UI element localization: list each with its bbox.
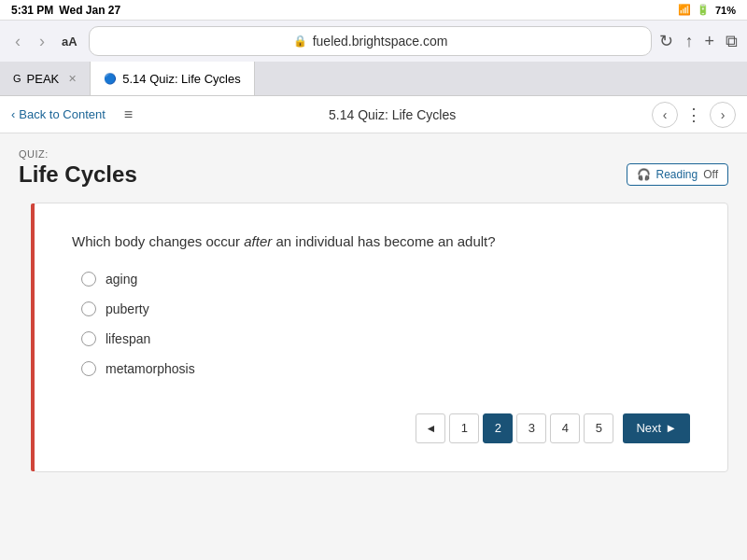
option-metamorphosis[interactable]: metamorphosis bbox=[81, 361, 690, 376]
app-bar: ‹ Back to Content ≡ 5.14 Quiz: Life Cycl… bbox=[0, 96, 747, 133]
radio-puberty[interactable] bbox=[81, 301, 96, 316]
quiz-favicon: 🔵 bbox=[104, 73, 117, 85]
browser-tabs: G PEAK ✕ 🔵 5.14 Quiz: Life Cycles bbox=[0, 62, 747, 95]
lock-icon: 🔒 bbox=[293, 35, 307, 48]
option-lifespan[interactable]: lifespan bbox=[81, 331, 690, 346]
option-puberty[interactable]: puberty bbox=[81, 301, 690, 316]
tab-quiz[interactable]: 🔵 5.14 Quiz: Life Cycles bbox=[91, 62, 254, 95]
page-1-button[interactable]: 1 bbox=[449, 413, 479, 443]
question-text-italic: after bbox=[244, 233, 272, 249]
option-lifespan-label: lifespan bbox=[106, 331, 150, 346]
answer-options: aging puberty lifespan metamorphosis bbox=[81, 272, 690, 376]
tab-peak-close[interactable]: ✕ bbox=[68, 73, 77, 85]
reload-button[interactable]: ↻ bbox=[659, 31, 673, 51]
reading-label: Reading bbox=[656, 168, 698, 181]
battery-level: 71% bbox=[715, 5, 736, 16]
question-text: Which body changes occur after an indivi… bbox=[72, 231, 690, 253]
page-4-button[interactable]: 4 bbox=[550, 413, 580, 443]
nav-arrows: ‹ ⋮ › bbox=[652, 102, 736, 128]
reader-button[interactable]: aA bbox=[58, 33, 81, 50]
page-3-button[interactable]: 3 bbox=[516, 413, 546, 443]
share-button[interactable]: ↑ bbox=[684, 32, 693, 51]
page-content: QUIZ: Life Cycles 🎧 Reading Off Which bo… bbox=[0, 133, 747, 560]
next-button-label: Next bbox=[636, 421, 661, 435]
option-aging-label: aging bbox=[106, 272, 137, 287]
status-bar: 5:31 PM Wed Jan 27 📶 🔋 71% bbox=[0, 0, 747, 21]
status-left: 5:31 PM Wed Jan 27 bbox=[11, 4, 120, 17]
quiz-label: QUIZ: bbox=[19, 148, 728, 160]
toolbar-actions: ↻ ↑ + ⧉ bbox=[659, 31, 738, 51]
reading-icon: 🎧 bbox=[637, 168, 651, 181]
pagination-prev-button[interactable]: ◄ bbox=[416, 413, 445, 443]
back-chevron-icon: ‹ bbox=[11, 107, 15, 121]
next-page-button[interactable]: › bbox=[710, 102, 736, 128]
quiz-title: Life Cycles bbox=[19, 161, 137, 188]
back-to-content-label: Back to Content bbox=[19, 107, 106, 121]
radio-metamorphosis[interactable] bbox=[81, 361, 96, 376]
tab-quiz-label: 5.14 Quiz: Life Cycles bbox=[122, 72, 240, 86]
time: 5:31 PM bbox=[11, 4, 53, 17]
peak-favicon: G bbox=[13, 73, 21, 84]
browser-toolbar: ‹ › aA 🔒 fueled.brightspace.com ↻ ↑ + ⧉ bbox=[0, 21, 747, 62]
tab-peak-label: PEAK bbox=[27, 72, 60, 86]
radio-aging[interactable] bbox=[81, 272, 96, 287]
wifi-icon: 📶 bbox=[678, 4, 691, 16]
url-text: fueled.brightspace.com bbox=[313, 34, 448, 49]
more-options-button[interactable]: ⋮ bbox=[685, 105, 702, 125]
address-bar[interactable]: 🔒 fueled.brightspace.com bbox=[89, 26, 653, 56]
hamburger-button[interactable]: ≡ bbox=[124, 106, 133, 123]
add-tab-button[interactable]: + bbox=[704, 32, 714, 51]
next-button[interactable]: Next ► bbox=[623, 413, 690, 443]
question-area: Which body changes occur after an indivi… bbox=[35, 203, 727, 395]
back-to-content-link[interactable]: ‹ Back to Content bbox=[11, 107, 106, 121]
quiz-title-row: Life Cycles 🎧 Reading Off bbox=[19, 161, 728, 188]
status-right: 📶 🔋 71% bbox=[678, 4, 736, 16]
app-bar-title: 5.14 Quiz: Life Cycles bbox=[144, 107, 641, 122]
option-metamorphosis-label: metamorphosis bbox=[106, 361, 195, 376]
option-puberty-label: puberty bbox=[106, 301, 149, 316]
prev-page-button[interactable]: ‹ bbox=[652, 102, 678, 128]
reading-status: Off bbox=[703, 168, 718, 181]
back-button[interactable]: ‹ bbox=[9, 30, 26, 53]
quiz-card: Which body changes occur after an indivi… bbox=[34, 203, 728, 472]
forward-button[interactable]: › bbox=[34, 30, 50, 53]
browser-chrome: ‹ › aA 🔒 fueled.brightspace.com ↻ ↑ + ⧉ … bbox=[0, 21, 747, 96]
reading-toggle-button[interactable]: 🎧 Reading Off bbox=[627, 163, 729, 186]
question-text-after: an individual has become an adult? bbox=[272, 233, 495, 249]
date: Wed Jan 27 bbox=[59, 4, 120, 17]
next-button-arrow-icon: ► bbox=[665, 421, 677, 435]
tab-peak[interactable]: G PEAK ✕ bbox=[0, 62, 91, 95]
pagination-area: ◄ 1 2 3 4 5 Next ► bbox=[35, 395, 727, 471]
radio-lifespan[interactable] bbox=[81, 331, 96, 346]
page-5-button[interactable]: 5 bbox=[584, 413, 613, 443]
battery-icon: 🔋 bbox=[697, 4, 710, 16]
option-aging[interactable]: aging bbox=[81, 272, 690, 287]
page-2-button[interactable]: 2 bbox=[483, 413, 513, 443]
tabs-button[interactable]: ⧉ bbox=[726, 32, 738, 51]
question-text-before: Which body changes occur bbox=[72, 233, 244, 249]
